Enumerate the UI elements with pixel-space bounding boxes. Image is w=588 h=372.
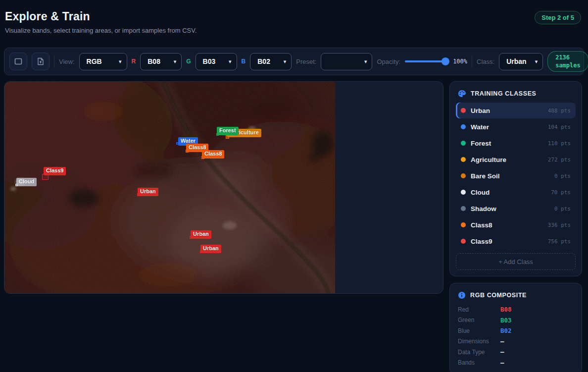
map-panel[interactable]: Agriculture Forest Water Class8 Class8 C…: [4, 81, 443, 294]
class-row[interactable]: Class9 756 pts: [456, 233, 576, 249]
chevron-down-icon: ▾: [229, 58, 232, 65]
rgb-composite-header: RGB COMPOSITE: [458, 291, 575, 299]
sample-point-marker[interactable]: [176, 142, 179, 145]
class-point-count: 488 pts: [548, 107, 571, 114]
satellite-image[interactable]: Agriculture Forest Water Class8 Class8 C…: [4, 82, 335, 293]
opacity-slider[interactable]: [405, 57, 448, 65]
class-point-count: 70 pts: [551, 189, 571, 196]
sample-point-marker[interactable]: [42, 174, 49, 180]
class-name: Class8: [471, 221, 548, 229]
class-select[interactable]: Urban ▾: [499, 53, 543, 70]
sample-point-marker[interactable]: [200, 250, 203, 253]
add-class-button[interactable]: + Add Class: [456, 253, 576, 270]
class-name: Water: [471, 123, 548, 131]
red-band-label: R: [132, 58, 136, 65]
samples-count: 2136: [555, 53, 581, 61]
green-band-select[interactable]: B03 ▾: [196, 53, 237, 70]
page-subtitle: Visualize bands, select training areas, …: [5, 27, 582, 34]
training-classes-card: TRAINING CLASSES Urban 488 pts Water 104…: [449, 81, 582, 276]
training-classes-header: TRAINING CLASSES: [458, 90, 575, 98]
red-band-select[interactable]: B08 ▾: [140, 53, 182, 70]
map-annotations-layer: Agriculture Forest Water Class8 Class8 C…: [4, 82, 335, 293]
map-class-label[interactable]: Class8: [202, 150, 224, 159]
sample-point-marker[interactable]: [137, 193, 140, 196]
class-color-dot: [461, 173, 466, 178]
sample-point-marker[interactable]: [226, 135, 229, 139]
class-row[interactable]: Agriculture 272 pts: [456, 152, 576, 167]
rgb-composite-title: RGB COMPOSITE: [470, 292, 527, 299]
class-point-count: 272 pts: [548, 157, 571, 163]
composite-info-label: Blue: [458, 327, 500, 334]
chevron-down-icon: ▾: [364, 58, 367, 65]
composite-info-value: —: [500, 359, 504, 367]
toolbar-divider: [472, 55, 472, 68]
class-row[interactable]: Water 104 pts: [456, 119, 576, 135]
class-color-dot: [461, 124, 466, 129]
page-header: Explore & Train Visualize bands, select …: [0, 0, 588, 48]
preset-select[interactable]: ▾: [321, 53, 372, 70]
band-toolbar: View: RGB ▾ R B08 ▾ G B03 ▾ B B02 ▾ Pres…: [4, 48, 584, 75]
class-select-value: Urban: [506, 57, 526, 65]
chevron-down-icon: ▾: [174, 58, 177, 65]
sample-point-marker[interactable]: [216, 133, 219, 136]
composite-info-label: Red: [458, 306, 500, 313]
class-color-dot: [461, 108, 466, 113]
class-color-dot: [461, 222, 466, 227]
chevron-down-icon: ▾: [119, 58, 122, 65]
blue-band-select[interactable]: B02 ▾: [250, 53, 292, 70]
map-class-label[interactable]: Urban: [138, 188, 158, 196]
training-classes-title: TRAINING CLASSES: [471, 90, 537, 97]
class-row[interactable]: Forest 110 pts: [456, 135, 576, 151]
rectangle-icon: [14, 58, 22, 65]
sample-point-marker[interactable]: [190, 236, 193, 239]
main-content: Agriculture Forest Water Class8 Class8 C…: [4, 81, 584, 372]
class-name: Forest: [471, 140, 548, 147]
composite-info-value: B02: [500, 327, 512, 334]
samples-unit: samples: [555, 61, 581, 69]
composite-info-value: —: [500, 338, 504, 345]
class-point-count: 0 pts: [554, 173, 571, 179]
sample-point-marker[interactable]: [15, 184, 18, 186]
page-title: Explore & Train: [5, 10, 582, 23]
red-band-value: B08: [147, 57, 160, 65]
import-csv-button[interactable]: [32, 53, 49, 70]
class-label: Class:: [477, 58, 494, 65]
chevron-down-icon: ▾: [535, 58, 538, 65]
preset-label: Preset:: [296, 58, 316, 65]
view-label: View:: [59, 58, 75, 65]
sidebar: TRAINING CLASSES Urban 488 pts Water 104…: [449, 81, 582, 372]
class-color-dot: [461, 206, 466, 211]
map-class-label[interactable]: Urban: [200, 245, 221, 253]
class-point-count: 756 pts: [548, 238, 571, 245]
composite-info-row: Red B08: [456, 304, 576, 315]
class-row[interactable]: Class8 336 pts: [456, 217, 576, 233]
class-row[interactable]: Urban 488 pts: [456, 103, 576, 118]
class-color-dot: [461, 141, 466, 146]
composite-info-value: —: [500, 348, 504, 356]
class-name: Urban: [471, 107, 548, 114]
class-color-dot: [461, 239, 466, 244]
class-row[interactable]: Cloud 70 pts: [456, 184, 576, 200]
green-band-label: G: [186, 58, 191, 65]
class-row[interactable]: Shadow 0 pts: [456, 201, 576, 216]
toolbar-divider: [54, 55, 54, 68]
opacity-slider-thumb[interactable]: [441, 57, 449, 65]
class-row[interactable]: Bare Soil 0 pts: [456, 168, 576, 184]
map-class-label[interactable]: Cloud: [16, 178, 37, 186]
class-point-count: 104 pts: [548, 124, 571, 130]
import-file-icon: [37, 57, 44, 65]
class-color-dot: [461, 157, 466, 162]
composite-info-row: Data Type —: [456, 347, 576, 358]
samples-count-badge: 2136 samples: [547, 51, 588, 72]
green-band-value: B03: [203, 57, 216, 65]
class-name: Agriculture: [471, 156, 548, 163]
class-name: Shadow: [471, 205, 554, 213]
sample-point-marker[interactable]: [201, 156, 204, 159]
map-class-label[interactable]: Urban: [191, 230, 211, 239]
map-class-label[interactable]: Forest: [217, 127, 239, 135]
composite-info-row: Dimensions —: [456, 336, 576, 347]
rectangle-select-button[interactable]: [9, 53, 27, 70]
class-point-count: 0 pts: [554, 206, 571, 212]
sample-point-marker[interactable]: [186, 150, 189, 153]
view-select[interactable]: RGB ▾: [79, 53, 127, 70]
